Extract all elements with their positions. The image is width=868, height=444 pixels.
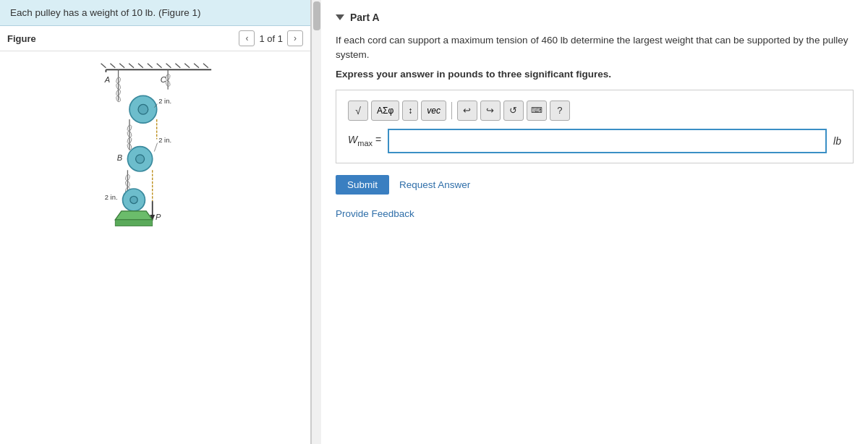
svg-marker-51: [115, 211, 152, 220]
provide-feedback-container: Provide Feedback: [336, 208, 854, 219]
keyboard-button[interactable]: ⌨: [527, 101, 547, 121]
svg-point-38: [135, 155, 144, 163]
figure-header: Figure ‹ 1 of 1 ›: [0, 26, 310, 51]
svg-text:2 in.: 2 in.: [158, 97, 171, 105]
collapse-icon[interactable]: [336, 14, 344, 20]
svg-line-8: [156, 64, 161, 68]
svg-line-4: [119, 64, 124, 68]
part-header: Part A: [336, 12, 854, 23]
svg-line-13: [203, 64, 208, 68]
svg-line-7: [147, 64, 152, 68]
input-row: Wmax = lb: [348, 129, 841, 153]
toolbar: √ AΣφ ↕ vec ↩ ↪ ↺: [348, 101, 841, 121]
arrows-button[interactable]: ↕: [402, 101, 418, 121]
request-answer-link[interactable]: Request Answer: [399, 179, 470, 190]
w-subscript: max: [357, 139, 373, 148]
redo-button[interactable]: ↪: [480, 101, 501, 121]
redo-icon: ↪: [486, 105, 494, 116]
greek-label: AΣφ: [377, 106, 393, 116]
figure-content: A C: [0, 51, 310, 444]
scroll-thumb: [313, 1, 320, 30]
undo-button[interactable]: ↩: [457, 101, 477, 121]
provide-feedback-link[interactable]: Provide Feedback: [336, 208, 414, 219]
w-label: Wmax =: [348, 134, 381, 148]
svg-text:B: B: [116, 153, 122, 162]
svg-line-11: [184, 64, 190, 68]
radical-button[interactable]: √: [348, 101, 368, 121]
help-label: ?: [557, 105, 562, 116]
help-button[interactable]: ?: [550, 101, 570, 121]
undo-icon: ↩: [463, 105, 471, 116]
prev-figure-button[interactable]: ‹: [239, 30, 255, 46]
next-figure-button[interactable]: ›: [287, 30, 303, 46]
figure-area: Figure ‹ 1 of 1 ›: [0, 26, 310, 444]
svg-point-25: [138, 104, 148, 114]
problem-statement: Each pulley has a weight of 10 lb. (Figu…: [0, 0, 310, 26]
svg-line-9: [166, 64, 171, 68]
svg-line-6: [138, 64, 143, 68]
answer-input[interactable]: [388, 129, 826, 153]
vec-button[interactable]: vec: [421, 101, 446, 121]
svg-line-2: [101, 64, 106, 68]
svg-point-47: [129, 196, 137, 203]
pulley-diagram: A C: [61, 59, 250, 232]
refresh-button[interactable]: ↺: [503, 101, 524, 121]
svg-line-5: [129, 64, 134, 68]
toolbar-separator: [451, 102, 452, 119]
problem-text: Each pulley has a weight of 10 lb. (Figu…: [10, 7, 200, 18]
right-panel: Part A If each cord can support a maximu…: [321, 0, 868, 444]
keyboard-icon: ⌨: [531, 106, 542, 115]
vec-label: vec: [427, 106, 441, 116]
question-body: If each cord can support a maximum tensi…: [336, 35, 848, 60]
refresh-icon: ↺: [509, 105, 517, 116]
greek-button[interactable]: AΣφ: [371, 101, 399, 121]
part-label: Part A: [350, 12, 380, 23]
equals-sign: =: [375, 134, 381, 145]
figure-page: 1 of 1: [259, 33, 283, 44]
unit-label: lb: [833, 135, 841, 147]
svg-line-10: [175, 64, 180, 68]
svg-line-35: [154, 143, 157, 152]
figure-nav: ‹ 1 of 1 ›: [239, 30, 303, 46]
svg-rect-52: [115, 220, 152, 226]
submit-button[interactable]: Submit: [336, 175, 389, 195]
radical-icon: √: [355, 105, 361, 116]
svg-text:P: P: [156, 213, 161, 221]
question-text: If each cord can support a maximum tensi…: [336, 33, 854, 63]
arrows-label: ↕: [408, 106, 412, 116]
scrollbar[interactable]: [311, 0, 321, 444]
svg-text:2 in.: 2 in.: [104, 193, 117, 201]
svg-line-3: [110, 64, 115, 68]
instruction-text: Express your answer in pounds to three s…: [336, 69, 854, 80]
left-panel: Each pulley has a weight of 10 lb. (Figu…: [0, 0, 311, 444]
figure-label: Figure: [7, 33, 36, 44]
action-row: Submit Request Answer: [336, 175, 854, 195]
svg-line-12: [194, 64, 199, 68]
svg-text:A: A: [103, 75, 109, 84]
answer-box: √ AΣφ ↕ vec ↩ ↪ ↺: [336, 90, 854, 163]
svg-text:2 in.: 2 in.: [158, 136, 171, 144]
